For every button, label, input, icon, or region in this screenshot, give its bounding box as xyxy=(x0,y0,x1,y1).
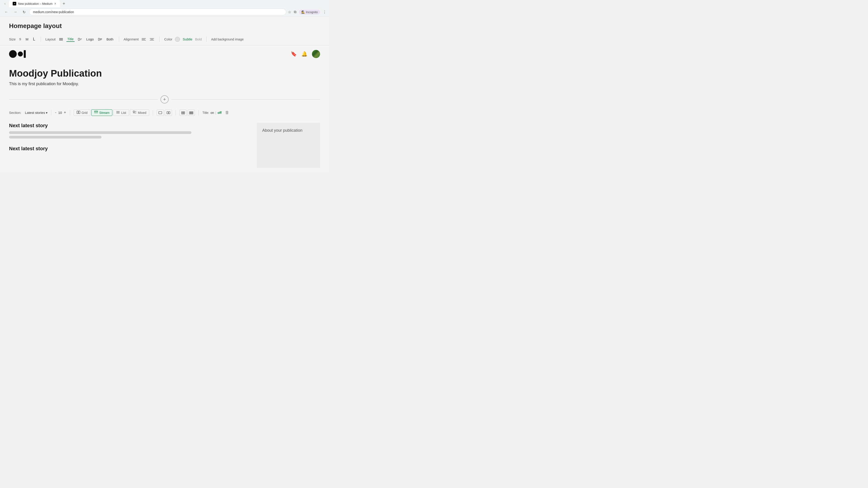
size-l-option[interactable]: L xyxy=(32,36,36,42)
list-label: List xyxy=(121,111,126,115)
divider-4 xyxy=(206,37,207,42)
logo-circle-med xyxy=(18,52,23,57)
story-card-1: Next latest story xyxy=(9,123,252,138)
size-group: Size S M L xyxy=(9,36,36,42)
bookmarks-icon[interactable]: 🔖 xyxy=(291,51,297,57)
add-background-button[interactable]: Add background image xyxy=(211,37,244,41)
avatar[interactable] xyxy=(312,50,320,58)
page-content: Homepage layout Size S M L Layout Title xyxy=(0,17,329,172)
svg-rect-34 xyxy=(191,111,192,113)
color-subtle-option[interactable]: Subtle xyxy=(183,37,192,41)
formatting-toolbar: Size S M L Layout Title xyxy=(0,33,329,45)
divider-3 xyxy=(159,37,160,42)
header-icons: 🔖 🔔 xyxy=(291,50,320,58)
tab-close-button[interactable]: × xyxy=(54,2,56,5)
notifications-icon[interactable]: 🔔 xyxy=(301,51,307,57)
layout-lines-icon[interactable] xyxy=(58,37,64,41)
svg-rect-26 xyxy=(159,111,162,114)
layout-both-option[interactable]: Both xyxy=(105,37,114,41)
about-publication-card: About your publication xyxy=(257,123,320,168)
section-count-group: - 10 + xyxy=(55,110,66,115)
view-mixed-button[interactable]: Mixed xyxy=(130,109,149,116)
view-stream-button[interactable]: Stream xyxy=(91,109,112,116)
history-back-button[interactable]: ‹ xyxy=(2,0,8,7)
layout-both-icon[interactable] xyxy=(97,37,103,41)
address-bar[interactable] xyxy=(29,8,286,15)
section-divider-3 xyxy=(153,110,153,116)
view-grid-button[interactable]: Grid xyxy=(74,109,90,116)
incognito-label: Incognito xyxy=(306,10,318,14)
layout-single-button[interactable] xyxy=(157,109,164,116)
columns-3-button[interactable] xyxy=(188,109,195,116)
color-label: Color xyxy=(164,37,172,41)
more-options-button[interactable]: ⋮ xyxy=(323,10,327,14)
columns-2-button[interactable] xyxy=(180,109,187,116)
alignment-group: Alignment xyxy=(124,37,155,41)
layout-logo-icon[interactable] xyxy=(77,37,83,41)
active-tab[interactable]: New publication – Medium × xyxy=(9,0,60,7)
grid-icon xyxy=(76,111,80,115)
section-divider-5 xyxy=(198,110,199,116)
svg-rect-33 xyxy=(189,111,190,113)
section-label: Section: xyxy=(9,111,21,115)
back-button[interactable]: ← xyxy=(3,9,10,15)
story-card-2: Next latest story xyxy=(9,146,252,152)
svg-rect-18 xyxy=(94,111,98,112)
layout-logo-option[interactable]: Logo xyxy=(86,37,95,41)
svg-rect-6 xyxy=(98,38,99,40)
browser-chrome: ‹ New publication – Medium × + ← → ↻ ☆ ⧉… xyxy=(0,0,329,17)
section-count-value: 10 xyxy=(58,111,62,115)
story-title-2: Next latest story xyxy=(9,146,252,152)
bookmark-button[interactable]: ☆ xyxy=(288,10,291,14)
publication-title[interactable]: Moodjoy Publication xyxy=(9,68,320,79)
size-m-option[interactable]: M xyxy=(25,37,29,41)
size-s-option[interactable]: S xyxy=(18,37,22,41)
new-tab-button[interactable]: + xyxy=(61,0,67,7)
title-toggle-group: Title: on | off xyxy=(202,111,221,115)
refresh-button[interactable]: ↻ xyxy=(21,9,27,15)
section-toolbar: Section: Latest stories ▾ - 10 + Gr xyxy=(0,107,329,118)
svg-rect-31 xyxy=(182,113,183,114)
svg-rect-32 xyxy=(183,113,185,114)
tab-favicon xyxy=(13,2,16,5)
svg-rect-29 xyxy=(182,111,183,113)
title-toggle-label: Title: xyxy=(202,111,209,115)
story-line2-1 xyxy=(9,136,101,138)
svg-rect-17 xyxy=(79,111,80,113)
align-center-icon[interactable] xyxy=(149,37,155,41)
about-publication-title: About your publication xyxy=(262,128,315,133)
stories-sidebar: About your publication xyxy=(257,123,320,168)
story-line1-1 xyxy=(9,131,191,134)
svg-rect-16 xyxy=(77,111,78,113)
nav-bar: ← → ↻ ☆ ⧉ 🕵 Incognito ⋮ xyxy=(0,7,329,17)
stories-area: Next latest story Next latest story Abou… xyxy=(0,118,329,172)
layout-split-button[interactable] xyxy=(165,109,172,116)
color-picker[interactable] xyxy=(175,37,180,42)
layout-title-option[interactable]: Title xyxy=(66,37,74,42)
svg-rect-19 xyxy=(94,112,98,113)
view-list-button[interactable]: List xyxy=(113,109,129,116)
svg-rect-28 xyxy=(168,111,170,114)
incognito-badge: 🕵 Incognito xyxy=(299,10,320,14)
delete-section-button[interactable]: 🗑 xyxy=(225,110,229,115)
title-off-option[interactable]: off xyxy=(217,111,221,115)
section-name-dropdown[interactable]: Latest stories ▾ xyxy=(25,111,48,115)
forward-button[interactable]: → xyxy=(12,9,19,15)
publication-description[interactable]: This is my first publication for Moodjoy… xyxy=(9,82,320,86)
divider-2 xyxy=(119,37,119,42)
color-bold-option[interactable]: Bold xyxy=(195,37,202,41)
count-minus-button[interactable]: - xyxy=(55,110,56,115)
columns-group xyxy=(180,109,195,116)
split-view-button[interactable]: ⧉ xyxy=(294,10,296,14)
chevron-down-icon: ▾ xyxy=(46,111,48,115)
tab-title: New publication – Medium xyxy=(18,2,53,5)
title-on-option[interactable]: on xyxy=(211,111,214,115)
page-heading: Homepage layout xyxy=(0,17,329,33)
incognito-icon: 🕵 xyxy=(301,10,305,14)
count-plus-button[interactable]: + xyxy=(64,110,66,115)
grid-label: Grid xyxy=(82,111,88,115)
align-left-icon[interactable] xyxy=(141,37,147,41)
svg-rect-37 xyxy=(191,113,192,114)
svg-rect-35 xyxy=(192,111,193,113)
add-section-button[interactable]: + xyxy=(160,95,168,103)
